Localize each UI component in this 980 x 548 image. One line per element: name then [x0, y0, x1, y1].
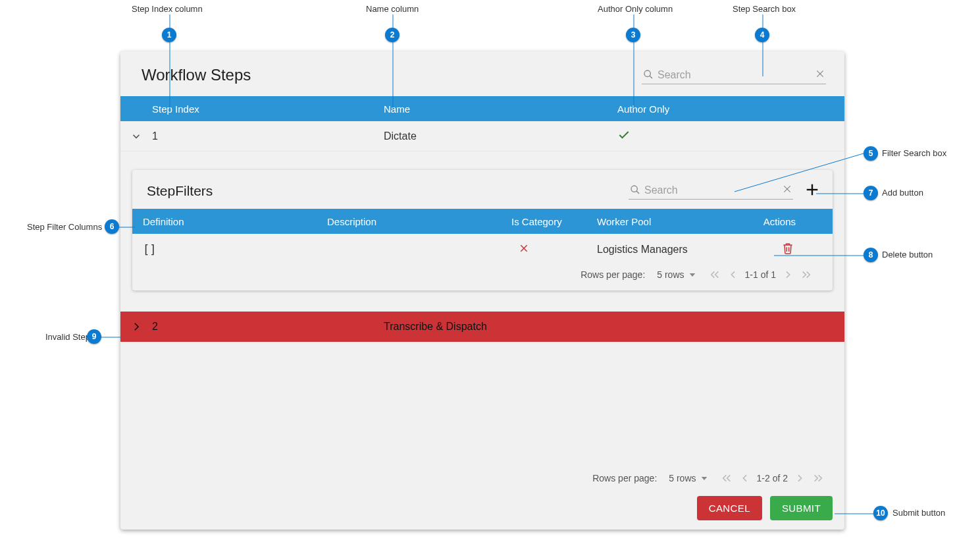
rows-per-page-label: Rows per page: [592, 473, 657, 483]
callout-label: Step Filter Columns [27, 222, 102, 232]
column-description[interactable]: Description [327, 216, 511, 227]
callout-label: Step Index column [132, 4, 203, 14]
step-index-value: 1 [152, 130, 384, 142]
callout-badge: 3 [626, 28, 640, 42]
page-prev-icon[interactable] [728, 269, 738, 280]
svg-line-1 [650, 76, 652, 78]
add-button[interactable] [805, 182, 819, 199]
callout-label: Invalid Step [45, 332, 90, 342]
steps-pagination: Rows per page: 5 rows 1-2 of 2 [120, 469, 844, 487]
step-filters-panel: StepFilters Definition Description Is Ca… [132, 170, 833, 290]
footer-buttons: CANCEL SUBMIT [697, 496, 833, 520]
rows-per-page-label: Rows per page: [580, 269, 645, 280]
callout-label: Submit button [892, 508, 945, 518]
search-icon [643, 69, 654, 80]
page-first-icon[interactable] [708, 269, 721, 280]
svg-point-4 [631, 186, 637, 192]
callout-label: Author Only column [598, 4, 673, 14]
rows-per-page-select[interactable]: 5 rows [669, 473, 708, 483]
close-icon[interactable] [783, 184, 792, 194]
callout-badge: 7 [864, 186, 878, 200]
panel-header: Workflow Steps [120, 51, 844, 96]
step-filters-title: StepFilters [147, 183, 213, 199]
column-actions: Actions [748, 216, 822, 227]
filter-search-input[interactable] [629, 182, 793, 200]
page-first-icon[interactable] [720, 473, 733, 483]
search-icon [630, 184, 640, 195]
filter-table-header: Definition Description Is Category Worke… [132, 209, 833, 234]
chevron-right-icon[interactable] [120, 321, 152, 333]
workflow-steps-panel: Workflow Steps Step Index Name Author On… [120, 51, 844, 530]
callout-badge: 9 [87, 329, 101, 344]
step-row-1[interactable]: 1 Dictate [120, 121, 844, 151]
page-range: 1-1 of 1 [745, 269, 776, 280]
column-name[interactable]: Name [384, 103, 617, 115]
callout-badge: 5 [864, 146, 878, 161]
chevron-down-icon[interactable] [120, 130, 152, 142]
step-search-input[interactable] [642, 67, 826, 84]
callout-badge: 1 [162, 28, 176, 42]
author-only-check-icon [617, 128, 844, 144]
page-range: 1-2 of 2 [757, 473, 788, 483]
page-next-icon[interactable] [783, 269, 793, 280]
filter-search-box[interactable] [629, 182, 793, 200]
step-name-value: Transcribe & Dispatch [384, 321, 617, 333]
filter-pagination: Rows per page: 5 rows 1-1 of 1 [132, 265, 833, 284]
dropdown-icon [688, 271, 696, 279]
step-filters-header: StepFilters [132, 170, 833, 209]
delete-button[interactable] [781, 246, 794, 257]
dropdown-icon [700, 474, 708, 482]
is-category-false-icon [511, 244, 597, 256]
panel-title: Workflow Steps [142, 66, 251, 84]
svg-marker-15 [702, 478, 706, 480]
page-next-icon[interactable] [794, 473, 805, 483]
callout-badge: 4 [755, 28, 769, 42]
callout-label: Add button [882, 188, 923, 198]
callout-label: Name column [366, 4, 419, 14]
close-icon[interactable] [815, 69, 825, 78]
svg-point-0 [644, 70, 650, 76]
page-prev-icon[interactable] [740, 473, 750, 483]
steps-table-header: Step Index Name Author Only [120, 96, 844, 121]
callout-badge: 8 [864, 248, 878, 262]
column-worker-pool[interactable]: Worker Pool [597, 216, 748, 227]
filter-definition-value: [] [143, 243, 327, 256]
callout-label: Delete button [882, 250, 933, 260]
svg-line-5 [636, 191, 639, 194]
rows-per-page-select[interactable]: 5 rows [657, 269, 696, 280]
column-author-only[interactable]: Author Only [617, 103, 844, 115]
callout-badge: 6 [105, 219, 119, 234]
column-definition[interactable]: Definition [143, 216, 327, 227]
filter-worker-pool-value: Logistics Managers [597, 244, 748, 256]
column-is-category[interactable]: Is Category [511, 216, 597, 227]
step-search-box[interactable] [642, 67, 826, 84]
column-step-index[interactable]: Step Index [152, 103, 384, 115]
page-last-icon[interactable] [800, 269, 813, 280]
cancel-button[interactable]: CANCEL [697, 496, 762, 520]
callout-label: Filter Search box [882, 148, 946, 158]
page-last-icon[interactable] [812, 473, 825, 483]
step-index-value: 2 [152, 321, 384, 333]
svg-marker-14 [690, 274, 694, 277]
filter-row[interactable]: [] Logistics Managers [132, 234, 833, 265]
step-name-value: Dictate [384, 130, 617, 142]
callout-label: Step Search box [733, 4, 796, 14]
callout-badge: 2 [385, 28, 400, 42]
step-row-2-invalid[interactable]: 2 Transcribe & Dispatch [120, 312, 844, 342]
callout-badge: 10 [873, 506, 888, 520]
submit-button[interactable]: SUBMIT [770, 496, 833, 520]
